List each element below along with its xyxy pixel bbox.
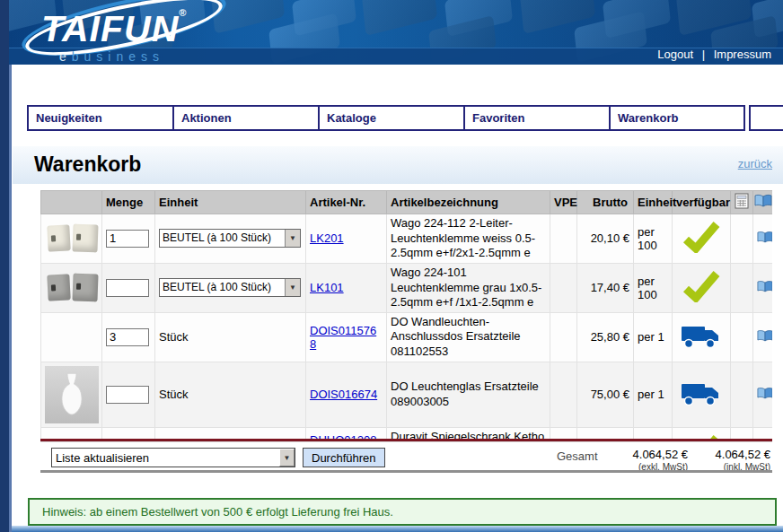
article-description: DO Leuchtenglas Ersatzteile 089003005	[387, 362, 550, 427]
unit-select[interactable]: BEUTEL (à 100 Stück)▼	[159, 229, 301, 248]
col-einheit-preis: Einheit	[634, 191, 673, 214]
free-shipping-hint: Hinweis: ab einem Bestellwert von 500 € …	[28, 498, 777, 526]
brutto-price: 75,00 €	[577, 362, 634, 427]
article-number-link[interactable]: DOIS016674	[310, 388, 377, 401]
total-incl-vat: 4.064,52 € (inkl. MwSt)	[716, 448, 770, 472]
unit-label: Stück	[155, 362, 306, 427]
main-nav: Neuigkeiten Aktionen Kataloge Favoriten …	[27, 105, 783, 131]
maroon-separator	[40, 439, 772, 442]
col-verfuegbar: verfügbar	[673, 191, 731, 214]
price-unit: per 1	[634, 362, 673, 427]
price-unit: per 100	[634, 214, 673, 264]
brutto-price: 20,10 €	[577, 214, 634, 264]
table-row: BEUTEL (à 100 Stück)▼ LK201 Wago 224-112…	[41, 214, 773, 264]
price-table-icon[interactable]	[731, 191, 753, 214]
header-links: Logout | Impressum	[655, 48, 774, 61]
nav-item-favoriten[interactable]: Favoriten	[463, 105, 611, 131]
check-icon	[681, 221, 722, 253]
cart-table: Menge Einheit Artikel-Nr. Artikelbezeich…	[40, 190, 772, 440]
article-number-link[interactable]: DOIS0115768	[310, 324, 376, 351]
quantity-input[interactable]	[106, 386, 149, 404]
price-unit: per 1	[634, 312, 673, 362]
col-brutto: Brutto	[577, 191, 634, 214]
catalog-book-icon[interactable]	[757, 280, 772, 293]
logo-subtitle: ebusiness	[59, 49, 164, 64]
vpe-value	[550, 263, 577, 312]
article-number-link[interactable]: LK201	[310, 231, 344, 245]
list-action-select[interactable]: Liste aktualisieren ▼	[51, 448, 295, 467]
vpe-value	[550, 312, 577, 362]
catalog-book-icon[interactable]	[757, 387, 772, 400]
truck-icon	[681, 380, 722, 406]
col-vpe: VPE	[550, 191, 577, 214]
left-frame-stripe	[0, 0, 9, 532]
brutto-price: 17,40 €	[577, 263, 634, 312]
price-unit: per 100	[634, 263, 673, 312]
catalog-book-icon[interactable]	[753, 191, 773, 214]
table-row: BEUTEL (à 100 Stück)▼ LK101 Wago 224-101…	[41, 263, 773, 312]
quantity-input[interactable]	[106, 279, 149, 297]
chevron-down-icon: ▼	[285, 279, 300, 296]
table-row: Stück DOIS0115768 DO Wandleuchten-Anschl…	[41, 312, 773, 362]
col-image	[41, 191, 102, 214]
brutto-price: 0 €	[577, 427, 634, 440]
nav-item-overflow	[749, 105, 783, 131]
col-menge: Menge	[102, 191, 155, 214]
cart-table-container: Menge Einheit Artikel-Nr. Artikelbezeich…	[40, 190, 772, 440]
left-frame-accent	[9, 65, 12, 532]
unit-select[interactable]: BEUTEL (à 100 Stück)▼	[159, 278, 301, 297]
article-description: Wago 224-101 Leuchtenklemme grau 1x0.5-2…	[387, 263, 550, 312]
vpe-value	[550, 214, 577, 264]
product-image-white-terminal-clamps	[45, 224, 101, 252]
grey-separator	[40, 470, 772, 473]
article-description: Duravit Spiegelschrank Ketho 180x650x750…	[387, 427, 550, 440]
chevron-down-icon: ▼	[279, 449, 295, 467]
chevron-down-icon: ▼	[285, 230, 300, 247]
nav-item-neuigkeiten[interactable]: Neuigkeiten	[27, 105, 174, 131]
article-description: DO Wandleuchten-Anschlussdos Ersatzteile…	[387, 312, 550, 362]
article-description: Wago 224-112 2-Leiter-Leuchtenklemme wei…	[387, 214, 550, 264]
table-header-row: Menge Einheit Artikel-Nr. Artikelbezeich…	[41, 191, 773, 214]
title-bar: Warenkorb zurück	[13, 146, 783, 184]
nav-item-kataloge[interactable]: Kataloge	[318, 105, 465, 131]
link-separator: |	[702, 48, 705, 61]
quantity-input[interactable]	[106, 230, 149, 248]
product-image-grey-terminal-clamps	[45, 274, 101, 301]
nav-item-warenkorb[interactable]: Warenkorb	[609, 105, 745, 131]
price-unit: per 1	[634, 427, 673, 440]
nav-item-aktionen[interactable]: Aktionen	[172, 105, 320, 131]
col-einheit: Einheit	[155, 191, 306, 214]
table-row: Stück DUHO0120857 Duravit Spiegelschrank…	[41, 427, 773, 440]
vpe-value	[550, 427, 577, 440]
catalog-book-icon[interactable]	[757, 231, 772, 244]
page-title: Warenkorb	[34, 153, 141, 177]
unit-label: Stück	[155, 312, 306, 362]
truck-icon	[681, 323, 722, 349]
product-image-white-vase	[45, 366, 99, 423]
catalog-book-icon[interactable]	[757, 329, 772, 343]
brutto-price: 25,80 €	[577, 312, 634, 362]
article-number-link[interactable]: LK101	[310, 281, 344, 294]
unit-label: Stück	[155, 427, 306, 440]
vpe-value	[550, 362, 577, 427]
bottom-frame-bar	[0, 526, 783, 532]
col-artikelbezeichnung: Artikelbezeichnung	[387, 191, 550, 214]
back-link[interactable]: zurück	[738, 157, 772, 170]
col-artikel-nr: Artikel-Nr.	[306, 191, 387, 214]
logout-link[interactable]: Logout	[657, 48, 693, 61]
total-amount: 4.064,52 €	[633, 448, 688, 461]
quantity-input[interactable]	[106, 328, 149, 346]
check-icon	[681, 270, 722, 302]
total-label: Gesamt	[557, 449, 598, 463]
logo-wordmark: TAIFUN®	[41, 7, 187, 50]
registered-mark: ®	[179, 7, 187, 18]
execute-button[interactable]: Durchführen	[303, 448, 385, 467]
total-excl-vat: 4.064,52 € (exkl. MwSt)	[633, 448, 688, 472]
impressum-link[interactable]: Impressum	[714, 48, 771, 61]
table-row: Stück DOIS016674 DO Leuchtenglas Ersatzt…	[41, 362, 773, 427]
total-amount: 4.064,52 €	[716, 448, 770, 461]
